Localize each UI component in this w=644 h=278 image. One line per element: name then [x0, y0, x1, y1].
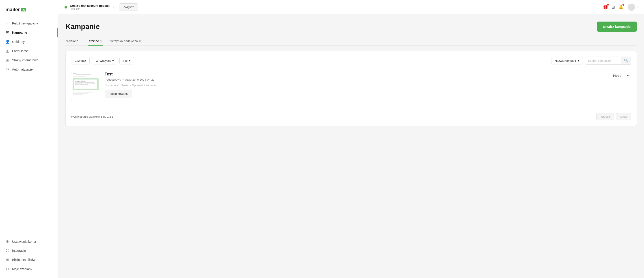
tab-outbox[interactable]: Skrzynka nadawcza 0	[109, 37, 142, 45]
grid-icon-wrap[interactable]: ⊞	[612, 5, 615, 10]
tab-outbox-count: 0	[139, 40, 141, 43]
folder-dropdown[interactable]: 🗂 Wszyscy ▾	[92, 57, 117, 64]
gift-badge	[607, 4, 609, 6]
pagination-row: Wyświetlanie wyników 1 do 1 z 1 Wstecz D…	[71, 109, 631, 120]
thumb-title: Write your title here	[75, 80, 96, 82]
search-wrap: 🔍	[585, 57, 631, 65]
tab-sent-label: Wysłane	[66, 39, 78, 43]
dashboard-icon: ○	[6, 21, 10, 25]
folder-label: Wszyscy	[100, 59, 111, 62]
step-details: Szczegóły	[105, 84, 118, 87]
forms-icon: ◫	[6, 49, 10, 53]
main-content: Gosia's test account (global) Free plan …	[58, 0, 644, 278]
tab-sent[interactable]: Wysłane 0	[66, 37, 82, 45]
tab-drafts[interactable]: Szkice 1	[88, 37, 103, 45]
sidebar-item-label: Odbiorcy	[12, 40, 25, 44]
thumb-image: Write your title here Lorem ipsum dolor …	[72, 78, 98, 90]
campaign-status-button[interactable]: Podsumowanie	[105, 90, 132, 97]
bell-icon-wrap[interactable]: 🔔	[618, 5, 624, 10]
sidebar-item-account-settings[interactable]: ⚙ Ustawienia konta	[0, 237, 58, 246]
thumb-footer	[72, 92, 98, 95]
sidebar-item-label: Strony internetowe	[12, 58, 38, 62]
logo-text: mailer	[6, 7, 20, 13]
filter-button[interactable]: Filtr ▾	[120, 57, 134, 64]
sidebar-item-label: Biblioteka plików	[12, 258, 36, 262]
folder-icon: 🗂	[95, 59, 98, 62]
account-chevron-icon[interactable]: ▾	[113, 6, 114, 9]
folder-chevron-icon: ▾	[112, 59, 114, 62]
prev-button[interactable]: Wstecz	[596, 113, 614, 120]
sidebar-item-campaigns[interactable]: ✉ Kampanie	[0, 28, 58, 37]
search-button[interactable]: 🔍	[621, 57, 631, 64]
upgrade-button[interactable]: Zwiększ	[119, 3, 138, 11]
thumb-body: Lorem ipsum dolor sit amet, consectetur …	[75, 82, 96, 85]
tabs: Wysłane 0 Szkice 1 Skrzynka nadawcza 0	[66, 37, 637, 46]
gift-icon-wrap[interactable]: 🎁	[603, 5, 608, 10]
campaign-type: Podstawowa	[105, 78, 121, 81]
integrations-icon: ⛓	[6, 249, 10, 253]
campaign-checkbox[interactable]	[72, 73, 76, 77]
search-input[interactable]	[585, 57, 621, 64]
thumb-img-inner: Write your title here Lorem ipsum dolor …	[74, 79, 97, 89]
next-button[interactable]: Dalej	[616, 113, 631, 120]
tab-sent-count: 0	[80, 40, 81, 43]
page-title: Kampanie	[66, 23, 100, 31]
automations-icon: ↻	[6, 67, 10, 71]
step-content: Treść	[122, 84, 128, 87]
sidebar-item-forms[interactable]: ◫ Formularze	[0, 46, 58, 55]
content-area: Kampanie Stwórz kampanię Wysłane 0 Szkic…	[58, 14, 644, 278]
user-avatar-wrap[interactable]: ▾	[628, 4, 638, 11]
campaigns-icon: ✉	[6, 30, 10, 35]
campaign-meta: Podstawowa • Utworzono 2024-04-22	[105, 78, 604, 81]
sidebar: mailer lite ○ Pulpit nawigacyjny ✉ Kampa…	[0, 0, 58, 278]
campaign-item: Write your title here Lorem ipsum dolor …	[71, 70, 631, 103]
websites-icon: ▣	[6, 58, 10, 62]
topbar: Gosia's test account (global) Free plan …	[58, 0, 644, 14]
edit-dropdown-button[interactable]: ▾	[625, 72, 631, 79]
sidebar-item-label: Formularze	[12, 49, 28, 53]
user-avatar	[628, 4, 635, 11]
bell-badge	[622, 4, 624, 6]
tab-drafts-count: 1	[100, 40, 102, 43]
step-review: Sprawdź i zaplanuj	[132, 84, 157, 87]
sidebar-item-label: Automatyzacje	[12, 68, 33, 71]
sidebar-item-websites[interactable]: ▣ Strony internetowe	[0, 55, 58, 65]
step-chevron-icon: ›	[130, 84, 131, 87]
account-status-dot	[64, 6, 67, 9]
subscribers-icon: 👤	[6, 40, 10, 44]
sidebar-item-label: Ustawienia konta	[12, 240, 36, 243]
logo: mailer lite	[0, 5, 58, 19]
sidebar-item-automations[interactable]: ↻ Automatyzacje	[0, 65, 58, 74]
sidebar-item-label: Integracje	[12, 249, 26, 252]
campaign-toolbar: Zaznacz 🗂 Wszyscy ▾ Filtr ▾ Nazwa Kampan…	[71, 57, 631, 65]
campaign-thumbnail: Write your title here Lorem ipsum dolor …	[71, 72, 100, 101]
thumb-footer-line	[72, 94, 83, 95]
file-library-icon: ⊞	[6, 257, 10, 262]
user-chevron-icon: ▾	[636, 6, 638, 9]
sidebar-item-subscribers[interactable]: 👤 Odbiorcy	[0, 37, 58, 46]
create-campaign-button[interactable]: Stwórz kampanię	[597, 22, 637, 32]
sidebar-item-my-templates[interactable]: ⊡ Moje szablony	[0, 264, 58, 273]
topbar-icons: 🎁 ⊞ 🔔	[603, 5, 624, 10]
account-settings-icon: ⚙	[6, 239, 10, 244]
sidebar-item-file-library[interactable]: ⊞ Biblioteka plików	[0, 255, 58, 264]
campaign-name: Test	[105, 72, 604, 77]
sidebar-item-label: Moje szablony	[12, 267, 32, 271]
sidebar-item-integrations[interactable]: ⛓ Integracje	[0, 246, 58, 255]
page-header: Kampanie Stwórz kampanię	[66, 22, 637, 32]
sort-dropdown[interactable]: Nazwa Kampanii ▾	[551, 57, 583, 64]
tab-drafts-label: Szkice	[89, 39, 99, 43]
thumb-footer-line	[72, 93, 88, 94]
sort-chevron-icon: ▾	[578, 59, 580, 62]
sidebar-item-dashboard[interactable]: ○ Pulpit nawigacyjny	[0, 19, 58, 28]
edit-button[interactable]: Edycja	[608, 72, 625, 79]
select-button[interactable]: Zaznacz	[71, 57, 90, 64]
logo-badge: lite	[21, 8, 26, 12]
campaign-info: Test Podstawowa • Utworzono 2024-04-22 S…	[105, 72, 604, 97]
account-info: Gosia's test account (global) Free plan	[70, 4, 110, 10]
campaign-created: Utworzono 2024-04-22	[125, 78, 154, 81]
sort-label: Nazwa Kampanii	[554, 59, 576, 62]
pagination-buttons: Wstecz Dalej	[596, 113, 631, 120]
campaign-card-area: Zaznacz 🗂 Wszyscy ▾ Filtr ▾ Nazwa Kampan…	[66, 51, 637, 126]
filter-label: Filtr	[123, 59, 128, 62]
